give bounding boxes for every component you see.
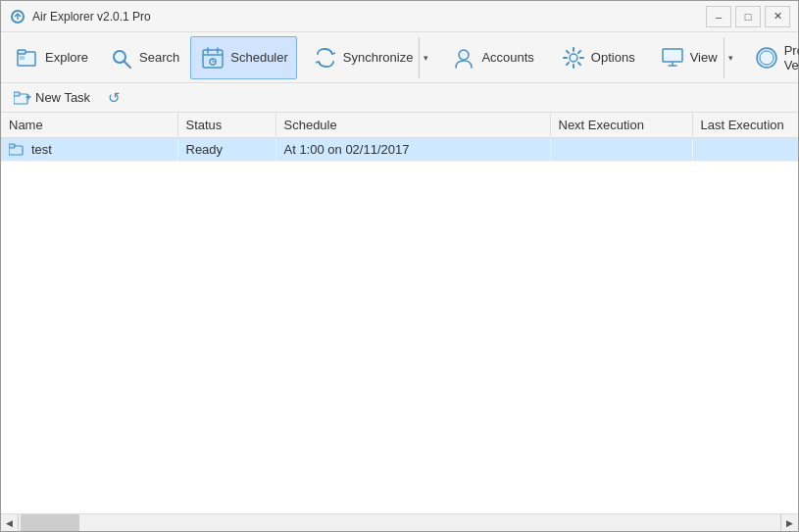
explore-button[interactable]: Explore: [5, 36, 97, 79]
window-controls: – □ ✕: [706, 6, 790, 27]
svg-rect-28: [9, 144, 15, 148]
svg-rect-3: [18, 50, 25, 54]
table-body: test Ready At 1:00 on 02/11/2017: [1, 138, 798, 162]
scroll-left-button[interactable]: ◀: [1, 514, 19, 532]
task-icon: [9, 143, 26, 156]
options-icon: [560, 44, 587, 72]
close-button[interactable]: ✕: [765, 6, 790, 27]
main-content: Name Status Schedule Next Execution Last…: [1, 113, 798, 531]
pro-version-icon: [753, 44, 780, 72]
svg-line-6: [125, 62, 130, 68]
maximize-button[interactable]: □: [735, 6, 761, 27]
toolbar: Explore Search: [1, 32, 798, 83]
view-dropdown-arrow[interactable]: ▾: [724, 37, 737, 78]
view-icon: [659, 44, 686, 72]
row-status-cell: Ready: [177, 138, 275, 162]
row-last-cell: [692, 138, 798, 162]
scroll-right-button[interactable]: ▶: [780, 514, 798, 532]
svg-rect-16: [663, 49, 682, 62]
pro-version-label: Pro Version: [784, 43, 799, 73]
scroll-track[interactable]: [19, 514, 780, 532]
col-schedule-header[interactable]: Schedule: [275, 113, 550, 138]
synchronize-label: Synchronize: [343, 50, 414, 65]
window-title: Air Explorer v2.0.1 Pro: [32, 10, 706, 24]
options-button[interactable]: Options: [551, 36, 644, 79]
synchronize-dropdown-arrow[interactable]: ▾: [419, 37, 432, 78]
scheduler-icon: [199, 44, 226, 72]
refresh-button[interactable]: ↺: [101, 86, 127, 110]
svg-point-15: [570, 54, 577, 62]
synchronize-button[interactable]: Synchronize ▾: [305, 36, 434, 79]
col-next-header[interactable]: Next Execution: [550, 113, 692, 138]
new-task-button[interactable]: New Task: [7, 86, 97, 110]
svg-rect-24: [14, 92, 20, 96]
col-last-header[interactable]: Last Execution: [692, 113, 798, 138]
svg-point-14: [459, 50, 469, 60]
scheduler-button[interactable]: Scheduler: [190, 36, 297, 79]
table-row[interactable]: test Ready At 1:00 on 02/11/2017: [1, 138, 798, 162]
row-next-cell: [550, 138, 692, 162]
scroll-thumb[interactable]: [21, 514, 79, 532]
svg-point-20: [760, 51, 774, 65]
app-icon: [9, 8, 26, 25]
row-name-cell: test: [1, 138, 177, 162]
synchronize-icon: [312, 44, 339, 72]
scheduler-label: Scheduler: [230, 50, 288, 65]
search-icon: [108, 44, 135, 72]
accounts-label: Accounts: [481, 50, 533, 65]
view-main[interactable]: View: [653, 37, 724, 78]
title-bar: Air Explorer v2.0.1 Pro – □ ✕: [1, 1, 798, 32]
explore-label: Explore: [45, 50, 88, 65]
pro-version-button[interactable]: Pro Version ▾: [746, 36, 799, 79]
new-task-icon: [14, 91, 31, 105]
new-task-label: New Task: [35, 90, 90, 105]
table-header: Name Status Schedule Next Execution Last…: [1, 113, 798, 138]
minimize-button[interactable]: –: [706, 6, 731, 27]
accounts-icon: [450, 44, 477, 72]
accounts-button[interactable]: Accounts: [441, 36, 542, 79]
table-scroll-area[interactable]: Name Status Schedule Next Execution Last…: [1, 113, 798, 513]
subbar: New Task ↺: [1, 83, 798, 113]
task-table: Name Status Schedule Next Execution Last…: [1, 113, 798, 162]
col-name-header[interactable]: Name: [1, 113, 177, 138]
row-name: test: [31, 142, 52, 157]
synchronize-main[interactable]: Synchronize: [306, 37, 420, 78]
view-label: View: [690, 50, 718, 65]
options-label: Options: [591, 50, 635, 65]
explore-icon: [14, 44, 41, 72]
row-schedule-cell: At 1:00 on 02/11/2017: [275, 138, 550, 162]
refresh-icon: ↺: [108, 89, 121, 107]
svg-rect-4: [20, 56, 25, 60]
app-window: Air Explorer v2.0.1 Pro – □ ✕ Explore: [0, 0, 799, 532]
svg-point-5: [114, 51, 125, 63]
view-button[interactable]: View ▾: [652, 36, 738, 79]
search-button[interactable]: Search: [99, 36, 188, 79]
horizontal-scrollbar: ◀ ▶: [1, 513, 798, 531]
pro-version-main[interactable]: Pro Version: [747, 37, 799, 78]
search-label: Search: [139, 50, 179, 65]
col-status-header[interactable]: Status: [177, 113, 275, 138]
